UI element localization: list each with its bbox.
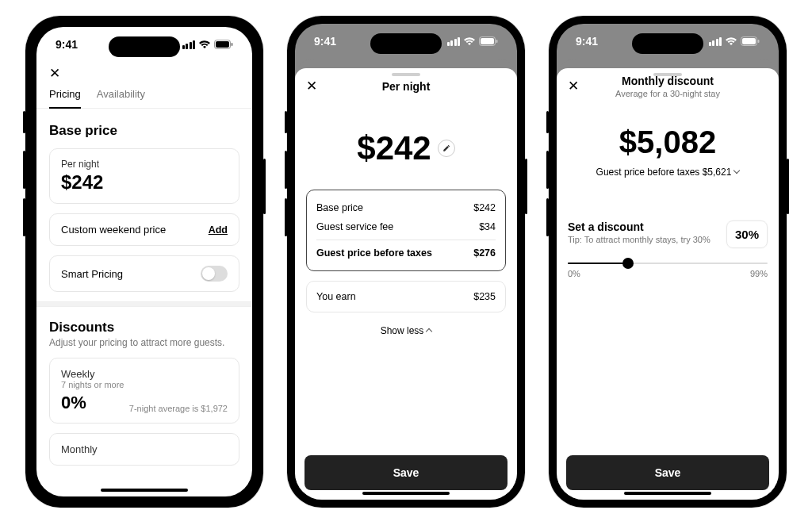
save-button[interactable]: Save [566,455,769,490]
tabs: Pricing Availability [36,83,252,109]
discounts-subtitle: Adjust your pricing to attract more gues… [49,337,239,348]
weekend-price-label: Custom weekend price [61,224,166,236]
per-night-label: Per night [61,159,228,170]
guest-total-value: $276 [473,247,496,259]
cellular-icon [447,37,461,46]
per-night-value: $242 [61,171,228,194]
status-time: 9:41 [576,35,598,48]
sheet-title: Per night [295,80,517,93]
service-fee-label: Guest service fee [316,221,393,232]
battery-icon [479,36,498,46]
chevron-down-icon [733,167,740,174]
set-discount-label: Set a discount [568,220,710,233]
phone-pricing-list: 9:41 ✕ Pricing Availability Base price P… [25,16,263,508]
weekend-price-card[interactable]: Custom weekend price Add [49,213,239,246]
monthly-label: Monthly [61,443,228,455]
you-earn-card: You earn $235 [306,281,506,312]
tab-pricing[interactable]: Pricing [49,88,81,108]
screen-2: 9:41 ✕ Per night $242 [295,24,517,500]
battery-icon [741,36,760,46]
phone-per-night-sheet: 9:41 ✕ Per night $242 [287,16,525,508]
you-earn-value: $235 [473,291,496,302]
pencil-icon [442,144,450,152]
svg-rect-7 [742,38,756,44]
svg-rect-8 [758,40,760,43]
dynamic-island [632,33,703,54]
smart-pricing-card: Smart Pricing [49,255,239,292]
price-breakdown-card: Base price $242 Guest service fee $34 Gu… [306,190,506,271]
discount-slider[interactable]: 0% 99% [568,263,768,278]
weekly-label: Weekly [61,368,228,380]
status-time: 9:41 [56,38,78,51]
dynamic-island [370,33,442,54]
wifi-icon [198,40,211,49]
add-weekend-button[interactable]: Add [209,224,228,236]
guest-total-label: Guest price before taxes [316,247,432,259]
svg-rect-4 [481,38,494,44]
phone-monthly-discount: 9:41 ✕ Monthly discount Average for a 30… [549,16,787,508]
edit-price-button[interactable] [438,140,455,157]
status-time: 9:41 [314,35,336,48]
base-price-heading: Base price [49,123,239,139]
cellular-icon [182,40,196,49]
smart-pricing-toggle[interactable] [201,266,228,282]
service-fee-value: $34 [479,221,496,232]
show-less-button[interactable]: Show less [306,325,506,336]
cellular-icon [709,37,722,46]
monthly-discount-card[interactable]: Monthly [49,433,239,466]
dynamic-island [109,36,180,57]
discounts-heading: Discounts [49,320,239,335]
weekly-meta: 7-night average is $1,972 [129,404,228,413]
price-hero: $5,082 [568,125,768,160]
home-indicator [362,492,450,495]
per-night-card[interactable]: Per night $242 [49,148,239,204]
base-price-value: $242 [473,202,496,213]
you-earn-label: You earn [316,291,356,302]
home-indicator [624,492,711,495]
discount-tip: Tip: To attract monthly stays, try 30% [568,235,710,244]
svg-rect-2 [232,43,233,46]
slider-max-label: 99% [750,269,768,278]
svg-rect-5 [496,40,498,43]
chevron-up-icon [426,328,432,335]
price-hero: $242 [357,129,431,167]
wifi-icon [725,36,737,46]
base-price-label: Base price [316,202,363,213]
save-button[interactable]: Save [304,455,508,490]
discount-value-field[interactable]: 30% [726,220,768,248]
screen-1: 9:41 ✕ Pricing Availability Base price P… [36,27,252,496]
per-night-sheet: ✕ Per night $242 Base price $242 Gu [295,68,517,500]
battery-icon [214,40,233,49]
sheet-title: Monthly discount [557,75,779,87]
weekly-discount-card[interactable]: Weekly 7 nights or more 0% 7-night avera… [49,358,239,424]
weekly-pct: 0% [61,393,86,413]
section-divider [36,301,252,307]
close-icon[interactable]: ✕ [306,79,317,93]
screen-3: 9:41 ✕ Monthly discount Average for a 30… [557,24,779,500]
svg-rect-1 [216,41,229,48]
slider-min-label: 0% [568,269,580,278]
close-icon[interactable]: ✕ [568,79,579,93]
smart-pricing-label: Smart Pricing [61,268,123,280]
wifi-icon [463,36,476,46]
home-indicator [101,489,188,492]
tab-availability[interactable]: Availability [97,88,145,108]
monthly-discount-sheet: ✕ Monthly discount Average for a 30-nigh… [557,68,779,500]
pretax-toggle[interactable]: Guest price before taxes $5,621 [568,167,768,178]
weekly-sub: 7 nights or more [61,380,228,389]
close-icon[interactable]: ✕ [49,67,60,80]
